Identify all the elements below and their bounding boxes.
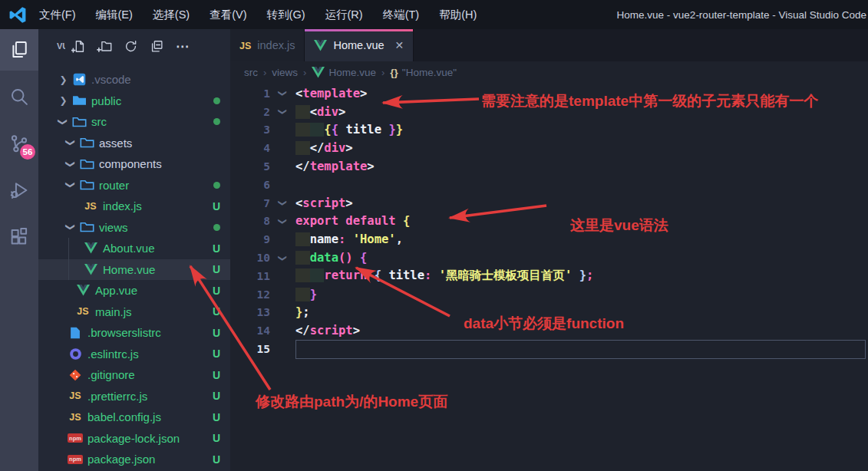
breadcrumb-symbol-label: "Home.vue"	[402, 67, 457, 78]
menu-item-5[interactable]: 转到(G)	[257, 0, 315, 29]
tree-item-Home.vue[interactable]: Home.vueU	[38, 259, 230, 281]
line-number: 11	[230, 270, 270, 282]
activitybar-extensions[interactable]	[0, 216, 38, 258]
code-line-6: 6	[230, 176, 868, 194]
code-text: <script>	[295, 196, 353, 210]
git-untracked-badge: U	[213, 390, 220, 402]
code-text: data() {	[295, 251, 367, 265]
tree-item-router[interactable]: ❯router	[38, 175, 230, 196]
menu-item-3[interactable]: 选择(S)	[143, 0, 200, 29]
tree-item-.browserslistrc[interactable]: .browserslistrcU	[38, 322, 230, 344]
fold-chevron-icon[interactable]: ❯	[270, 107, 295, 117]
chevron-right-icon[interactable]: ❯	[57, 95, 70, 106]
menu-item-1[interactable]: 文件(F)	[29, 0, 86, 29]
git-status-badge: U	[213, 259, 220, 281]
tree-item-index.js[interactable]: JSindex.jsU	[38, 196, 230, 217]
code-line-4: 4 </div>	[230, 139, 868, 157]
js-icon: JS	[66, 389, 84, 403]
git-untracked-badge: U	[213, 242, 220, 255]
breadcrumb-item-src[interactable]: src	[244, 67, 258, 78]
vscode-logo-icon	[6, 5, 29, 25]
folder-open-icon	[78, 178, 96, 192]
vue-icon	[81, 262, 100, 276]
chevron-down-icon[interactable]: ❯	[57, 117, 70, 127]
code-text: <template>	[295, 87, 367, 100]
chevron-down-icon[interactable]: ❯	[64, 159, 78, 170]
tree-item-About.vue[interactable]: About.vueU	[38, 238, 230, 259]
folder-closed-icon	[70, 94, 88, 107]
refresh-button[interactable]	[117, 36, 144, 56]
menu-item-6[interactable]: 运行(R)	[315, 0, 372, 29]
chevron-down-icon[interactable]: ❯	[64, 137, 78, 148]
tree-item-label: main.js	[95, 305, 132, 318]
tree-item-label: .vscode	[91, 73, 131, 86]
menu-item-2[interactable]: 编辑(E)	[86, 0, 143, 29]
new-file-button[interactable]	[65, 36, 91, 56]
tree-item-package.json[interactable]: npmpackage.jsonU	[38, 449, 230, 470]
modified-dot	[213, 111, 220, 133]
close-icon[interactable]: ✕	[395, 39, 404, 51]
tree-item-.eslintrc.js[interactable]: .eslintrc.jsU	[38, 344, 230, 365]
tab-bar: JSindex.jsHome.vue✕	[230, 29, 868, 61]
breadcrumb-symbol[interactable]: {}"Home.vue"	[390, 67, 457, 78]
activitybar-explorer[interactable]	[0, 29, 38, 71]
tree-item-views[interactable]: ❯views	[38, 217, 230, 239]
tree-item-.gitignore[interactable]: .gitignoreU	[38, 364, 230, 386]
menu-item-7[interactable]: 终端(T)	[373, 0, 430, 29]
tree-item-src[interactable]: ❯src	[38, 111, 230, 133]
tree-item-components[interactable]: ❯components	[38, 153, 230, 175]
tab-Home.vue[interactable]: Home.vue✕	[305, 29, 414, 61]
tree-item-.vscode[interactable]: ❯.vscode	[38, 69, 230, 91]
activitybar-source-control[interactable]: 56	[0, 123, 38, 164]
git-untracked-badge: U	[213, 432, 220, 444]
line-number: 5	[230, 160, 270, 173]
code-text: </div>	[295, 141, 353, 155]
code-text: };	[295, 305, 310, 319]
tree-item-App.vue[interactable]: App.vueU	[38, 280, 230, 301]
git-untracked-badge: U	[213, 263, 220, 275]
js-icon: JS	[81, 199, 100, 213]
more-actions-button[interactable]: ⋯	[170, 36, 196, 56]
breadcrumb-item-views[interactable]: views	[272, 67, 298, 78]
modified-indicator-dot	[213, 224, 220, 231]
breadcrumb-item-file[interactable]: Home.vue	[312, 67, 376, 78]
line-number: 8	[230, 215, 270, 227]
git-untracked-badge: U	[213, 327, 220, 339]
breadcrumb-separator: ›	[263, 67, 266, 78]
chevron-down-icon[interactable]: ❯	[64, 222, 78, 232]
activitybar-run-debug[interactable]	[0, 170, 38, 211]
activitybar-search[interactable]	[0, 76, 38, 117]
tree-item-label: public	[91, 94, 121, 107]
code-line-11: 11 return { title: '黑暗骑士模板项目首页' };	[230, 267, 868, 285]
tree-item-.prettierrc.js[interactable]: JS.prettierrc.jsU	[38, 386, 230, 407]
js-icon: JS	[74, 305, 92, 318]
file-icon	[66, 326, 84, 340]
tree-item-assets[interactable]: ❯assets	[38, 133, 230, 154]
fold-chevron-icon[interactable]: ❯	[270, 198, 295, 208]
vue-icon	[314, 40, 327, 51]
scm-changes-badge: 56	[20, 144, 35, 160]
code-text: </template>	[295, 160, 375, 173]
breadcrumb-separator: ›	[381, 67, 384, 78]
fold-chevron-icon[interactable]: ❯	[270, 253, 295, 263]
chevron-down-icon[interactable]: ❯	[64, 180, 78, 190]
modified-dot	[213, 217, 220, 239]
vue-icon	[312, 67, 325, 78]
tree-item-main.js[interactable]: JSmain.jsU	[38, 301, 230, 323]
tree-item-package-lock.json[interactable]: npmpackage-lock.jsonU	[38, 428, 230, 450]
folder-open-icon	[78, 157, 96, 171]
js-icon: JS	[239, 39, 251, 51]
tree-item-public[interactable]: ❯public	[38, 91, 230, 112]
line-number: 6	[230, 179, 270, 191]
menu-item-4[interactable]: 查看(V)	[200, 0, 256, 29]
git-status-badge: U	[213, 280, 220, 301]
menu-item-8[interactable]: 帮助(H)	[429, 0, 487, 29]
new-folder-button[interactable]	[91, 36, 117, 56]
fold-chevron-icon[interactable]: ❯	[270, 216, 295, 226]
collapse-all-button[interactable]	[144, 36, 170, 56]
fold-chevron-icon[interactable]: ❯	[270, 88, 295, 98]
tab-index.js[interactable]: JSindex.js	[230, 29, 305, 61]
tree-item-babel.config.js[interactable]: JSbabel.config.jsU	[38, 407, 230, 428]
chevron-right-icon[interactable]: ❯	[57, 74, 70, 85]
git-status-badge: U	[213, 344, 220, 365]
